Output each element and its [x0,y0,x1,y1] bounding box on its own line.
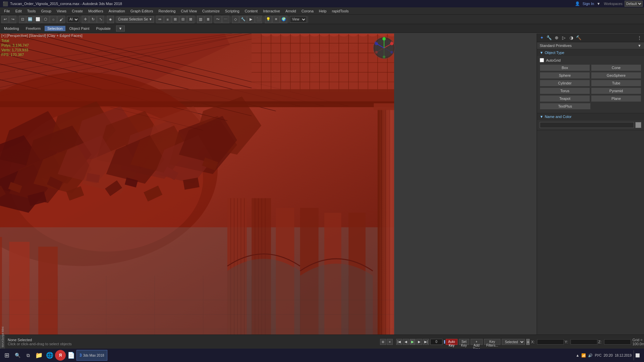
env-button[interactable]: 🌍 [280,16,287,23]
move-button[interactable]: ✛ [82,16,89,23]
menu-civil-view[interactable]: Civil View [178,8,199,14]
start-button[interactable]: ⊞ [1,350,12,361]
menu-rapidtools[interactable]: rapidTools [329,8,351,14]
prim-teapot-btn[interactable]: Teapot [540,95,590,102]
menu-edit[interactable]: Edit [13,8,24,14]
hierarchy-panel-icon[interactable]: ⊕ [553,35,560,41]
select-pivot-button[interactable]: ◈ [107,16,114,23]
taskbar-yandex[interactable]: Я [55,350,66,361]
material-editor-button[interactable]: ◇ [232,16,239,23]
modify-panel-icon[interactable]: 🔧 [546,35,552,41]
populate-tab[interactable]: Populate [93,26,113,31]
add-time-tag-btn[interactable]: + Add Time Tag [471,339,483,345]
render-setup-button[interactable]: 🔧 [239,16,247,23]
menu-create[interactable]: Create [69,8,86,14]
go-start-btn[interactable]: |◀ [396,339,402,345]
search-button-taskbar[interactable]: 🔍 [12,350,23,361]
viewport-3d[interactable]: X Y Z [0,34,394,344]
menu-views[interactable]: Views [54,8,69,14]
align-view-button[interactable]: ⊞ [172,16,179,23]
paint-select-button[interactable]: 🖌 [57,16,65,23]
y-coord-input[interactable]: -1459.39m [571,339,597,345]
ribbon-button[interactable]: ≣ [205,16,212,23]
prim-sphere-btn[interactable]: Sphere [540,72,590,79]
modeling-tab[interactable]: Modeling [1,26,22,31]
lang-indicator[interactable]: РУС [595,354,601,357]
view-dropdown[interactable]: View [290,16,307,23]
z-coord-input[interactable]: 0.0mm [604,339,631,345]
autogrid-checkbox[interactable] [540,58,544,62]
task-view-button[interactable]: ⧉ [23,350,34,361]
mirror-button[interactable]: ⇔ [156,16,164,23]
light-button[interactable]: 💡 [265,16,272,23]
prim-geosphere-btn[interactable]: GeoSphere [591,72,641,79]
ribbon-expand-btn[interactable]: ▼ [116,25,125,32]
redo-button[interactable]: ↪ [9,16,16,23]
tray-up-arrow[interactable]: ▲ [576,353,579,357]
lasso-select-button[interactable]: ○ [50,16,57,23]
prim-pyramid-btn[interactable]: Pyramid [591,87,641,94]
scale-button[interactable]: ⤡ [97,16,104,23]
utilities-panel-icon[interactable]: 🔨 [575,35,582,41]
rotate-button[interactable]: ↻ [89,16,97,23]
menu-group[interactable]: Group [38,8,54,14]
prev-frame-btn[interactable]: ◀ [403,339,409,345]
curve-editor-button[interactable]: 〜 [214,16,222,23]
prim-box-btn[interactable]: Box [540,64,590,71]
menu-corona[interactable]: Corona [299,8,316,14]
menu-modifiers[interactable]: Modifiers [86,8,106,14]
next-frame-btn[interactable]: ▶ [416,339,422,345]
menu-scripting[interactable]: Scripting [222,8,242,14]
freeform-tab[interactable]: Freeform [23,26,44,31]
timeline-scrubber[interactable] [444,340,444,344]
object-paint-tab[interactable]: Object Paint [67,26,92,31]
filter-dropdown[interactable]: All [67,16,79,23]
sun-button[interactable]: ☀ [272,16,280,23]
menu-interactive[interactable]: Interactive [260,8,283,14]
render-prod-button[interactable]: ⬛ [255,16,262,23]
grid-button[interactable]: ⊟ [179,16,187,23]
taskbar-file-explorer[interactable]: 📁 [34,350,44,361]
signin-button[interactable]: Sign In [583,2,594,6]
status-icon2[interactable]: ≡ [387,339,393,345]
normal-align-button[interactable]: ⊠ [187,16,195,23]
menu-tools[interactable]: Tools [24,8,39,14]
auto-key-button[interactable]: Auto Key [446,339,458,345]
prim-cone-btn[interactable]: Cone [591,64,641,71]
prim-cylinder-btn[interactable]: Cylinder [540,80,590,86]
menu-animation[interactable]: Animation [106,8,128,14]
prim-plane-btn[interactable]: Plane [591,95,641,102]
name-color-header[interactable]: ▼ Name and Color [537,113,644,120]
layer-manager-button[interactable]: ▥ [197,16,204,23]
create-sel-set-button[interactable]: Create Selection Se ▼ [116,16,154,23]
create-panel-icon[interactable]: ✦ [538,35,545,41]
menu-file[interactable]: File [1,8,13,14]
show-desktop-btn[interactable]: ⬜ [634,350,640,360]
color-swatch[interactable] [635,122,641,128]
key-filters-button[interactable]: Key Filters... [484,339,501,345]
taskbar-app3[interactable]: 📄 [66,350,76,361]
menu-rendering[interactable]: Rendering [156,8,178,14]
display-panel-icon[interactable]: ◑ [568,35,575,41]
name-input[interactable] [540,122,634,128]
x-coord-input[interactable]: -2235.143 [537,339,564,345]
select-object-button[interactable]: ⊡ [19,16,26,23]
standard-primitives-header[interactable]: Standard Primitives ▼ [537,42,644,49]
add-key-button[interactable]: + [526,339,530,345]
motion-panel-icon[interactable]: ▷ [560,35,567,41]
rect-select-button[interactable]: ⬜ [34,16,42,23]
primitives-dropdown-arrow[interactable]: ▼ [638,44,641,48]
undo-button[interactable]: ↩ [1,16,9,23]
frame-counter[interactable] [430,339,442,345]
menu-content[interactable]: Content [242,8,261,14]
go-end-btn[interactable]: ▶| [423,339,429,345]
select-by-name-button[interactable]: 🔤 [26,16,34,23]
workspace-dropdown[interactable]: Default [625,1,643,7]
prim-tube-btn[interactable]: Tube [591,80,641,86]
selected-dropdown[interactable]: Selected [502,339,525,345]
panel-more-icon[interactable]: ⋮ [636,35,643,41]
menu-help[interactable]: Help [316,8,329,14]
taskbar-browser[interactable]: 🌐 [44,350,55,361]
menu-graph-editors[interactable]: Graph Editors [128,8,156,14]
taskbar-3dsmax[interactable]: 3 3ds Max 2018 [76,350,107,361]
